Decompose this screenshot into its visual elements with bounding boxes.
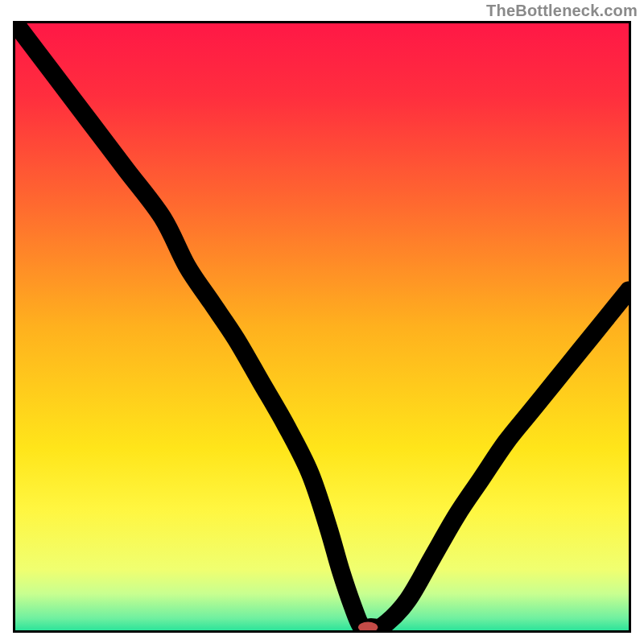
chart-background	[15, 23, 629, 630]
bottleneck-chart	[13, 21, 631, 633]
chart-svg	[15, 23, 629, 630]
attribution-text: TheBottleneck.com	[486, 2, 638, 20]
